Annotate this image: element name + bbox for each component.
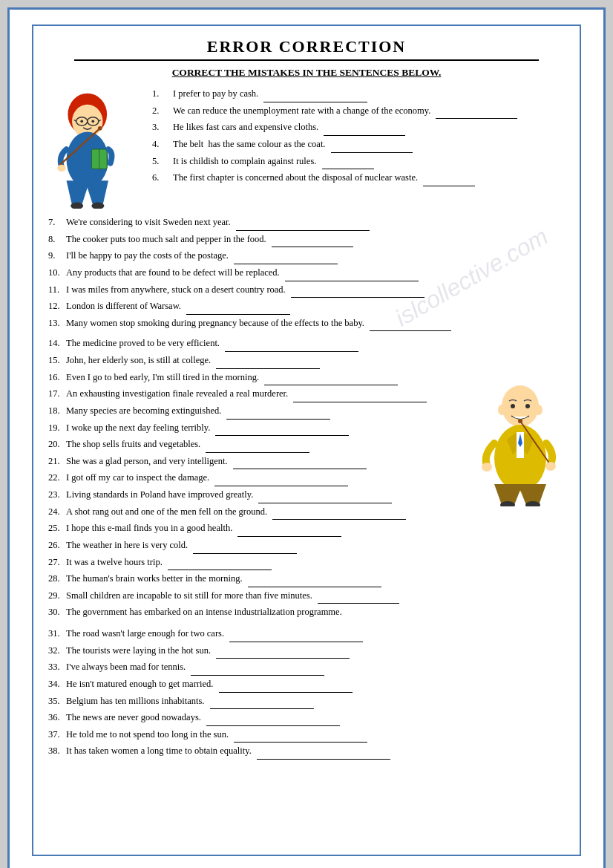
item-number: 12. — [48, 298, 66, 315]
answer-line — [168, 555, 272, 571]
list-item: 10. Any products that are found to be de… — [48, 265, 565, 281]
item-text: The belt has the same colour as the coat… — [173, 137, 565, 153]
list-item: 27. It was a twelve hours trip. — [48, 555, 468, 571]
list-item: 34. He isn't matured enough to get marri… — [48, 676, 565, 693]
answer-line — [215, 420, 349, 437]
answer-line — [248, 571, 381, 587]
teacher-male-svg — [476, 380, 565, 506]
list-item: 17. An exhausting investigation finale r… — [48, 386, 468, 402]
answer-line — [236, 215, 370, 231]
page: ERROR CORRECTION CORRECT THE MISTAKES IN… — [7, 7, 606, 868]
item-number: 4. — [152, 137, 173, 153]
answer-line — [233, 454, 367, 470]
item-number: 19. — [48, 420, 66, 437]
answer-line — [210, 694, 314, 710]
item-number: 11. — [48, 282, 66, 298]
item-text: The first chapter is concerned about the… — [173, 170, 565, 186]
item-text: She was a glad person, and very intellig… — [66, 454, 468, 470]
item-text: Belgium has ten millions inhabitants. — [66, 694, 565, 710]
answer-line — [272, 232, 353, 248]
item-text: Many women stop smoking during pregnancy… — [66, 316, 565, 332]
list-item: 4. The belt has the same colour as the c… — [152, 137, 565, 153]
item-text: I woke up the next day feeling terribly. — [66, 420, 468, 437]
list-item: 7. We're considering to visit Sweden nex… — [48, 215, 565, 231]
item-text: An exhausting investigation finale revea… — [66, 386, 468, 402]
item-number: 32. — [48, 643, 66, 659]
item-text: I've always been mad for tennis. — [66, 659, 565, 676]
list-item: 5. It is childish to complain against ru… — [152, 154, 565, 170]
list-item: 25. I hope this e-mail finds you in a go… — [48, 521, 468, 537]
item-number: 30. — [48, 604, 66, 620]
answer-line — [285, 265, 419, 281]
item-text: It has taken women a long time to obtain… — [66, 743, 565, 760]
answer-line — [206, 437, 309, 453]
item-text: I prefer to pay by cash. — [173, 86, 565, 102]
list-item: 38. It has taken women a long time to ob… — [48, 743, 565, 760]
item-text: The cooker puts too much salt and pepper… — [66, 232, 565, 248]
answer-line — [436, 103, 517, 120]
answer-line — [370, 316, 451, 332]
item-text: We can reduce the unemployment rate with… — [173, 103, 565, 120]
list-item: 6. The first chapter is concerned about … — [152, 170, 565, 186]
answer-line — [219, 676, 353, 693]
title-area: ERROR CORRECTION — [48, 37, 565, 61]
item-text: The shop sells fruits and vegetables. — [66, 437, 468, 453]
list-item: 32. The tourists were laying in the hot … — [48, 643, 565, 659]
list-item: 37. He told me to not spend too long in … — [48, 727, 565, 743]
item-number: 21. — [48, 454, 66, 470]
answer-line — [257, 743, 390, 760]
item-number: 36. — [48, 710, 66, 726]
item-number: 29. — [48, 588, 66, 604]
list-item: 35. Belgium has ten millions inhabitants… — [48, 694, 565, 710]
svg-point-20 — [535, 405, 542, 415]
item-number: 27. — [48, 555, 66, 571]
page-inner: ERROR CORRECTION CORRECT THE MISTAKES IN… — [32, 25, 581, 856]
item-text: It was a twelve hours trip. — [66, 555, 468, 571]
teacher-male-image — [476, 380, 565, 512]
item-text: We're considering to visit Sweden next y… — [66, 215, 565, 231]
list-item: 28. The human's brain works better in th… — [48, 571, 468, 587]
item-text: I was miles from anywhere, stuck on a de… — [66, 282, 565, 298]
answer-line — [324, 120, 405, 136]
answer-line — [234, 248, 338, 264]
answer-line — [291, 282, 424, 298]
list-item: 14. The medicine proved to be very effic… — [48, 336, 468, 352]
list-item: 22. I got off my car to inspect the dama… — [48, 470, 468, 486]
item-number: 23. — [48, 487, 66, 503]
item-text: London is different of Warsaw. — [66, 298, 565, 315]
item-text: The news are never good nowadays. — [66, 710, 565, 726]
item-text: Small children are incapable to sit stil… — [66, 588, 468, 604]
answer-line — [331, 137, 413, 153]
item-number: 16. — [48, 370, 66, 386]
answer-line — [263, 86, 367, 102]
answer-line — [216, 353, 320, 369]
item-number: 6. — [152, 170, 173, 186]
svg-point-19 — [498, 405, 505, 415]
item-text: I hope this e-mail finds you in a good h… — [66, 521, 468, 537]
item-number: 17. — [48, 386, 66, 402]
item-text: I got off my car to inspect the damage. — [66, 470, 468, 486]
answer-line — [225, 336, 358, 352]
item-number: 31. — [48, 626, 66, 642]
answer-line — [206, 710, 340, 726]
list-item: 19. I woke up the next day feeling terri… — [48, 420, 468, 437]
item-number: 18. — [48, 403, 66, 420]
item-number: 3. — [152, 120, 173, 136]
item-number: 22. — [48, 470, 66, 486]
answer-line — [322, 154, 374, 170]
list-item: 3. He likes fast cars and expensive clot… — [152, 120, 565, 136]
item-text: Many species are becoming extinguished. — [66, 403, 468, 420]
list-item: 21. She was a glad person, and very inte… — [48, 454, 468, 470]
item-number: 28. — [48, 571, 66, 587]
page-title: ERROR CORRECTION — [48, 37, 565, 56]
title-divider — [74, 59, 539, 61]
full-width-items: 7. We're considering to visit Sweden nex… — [48, 215, 565, 760]
answer-line — [234, 727, 367, 743]
svg-point-14 — [98, 126, 102, 131]
svg-point-30 — [518, 419, 522, 423]
item-number: 26. — [48, 538, 66, 554]
item-number: 7. — [48, 215, 66, 231]
answer-line — [229, 626, 363, 642]
list-item: 31. The road wasn't large enough for two… — [48, 626, 565, 642]
svg-point-15 — [57, 165, 65, 172]
